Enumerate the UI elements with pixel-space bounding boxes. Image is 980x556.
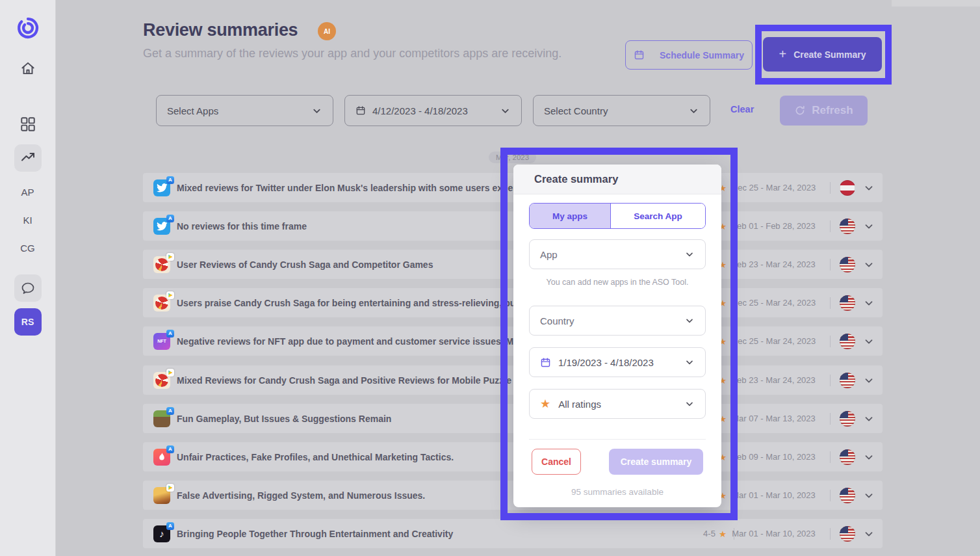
clear-filters-link[interactable]: Clear [730, 104, 754, 114]
summary-title: False Advertising, Rigged System, and Nu… [177, 490, 425, 501]
divider [529, 439, 706, 440]
minecraft-app-icon [153, 410, 170, 427]
chevron-down-icon[interactable] [863, 528, 875, 540]
chevron-down-icon[interactable] [863, 451, 875, 463]
date-range-dropdown[interactable]: 4/12/2023 - 4/18/2023 [344, 95, 522, 126]
calendar-icon [540, 357, 551, 368]
summary-date-range: Feb 23 - Mar 24, 2023 [727, 375, 821, 385]
summary-row[interactable]: False Advertising, Rigged System, and Nu… [143, 481, 883, 510]
home-icon[interactable] [19, 60, 36, 77]
star-icon: ★ [540, 397, 550, 411]
modal-date-range-value: 1/19/2023 - 4/18/2023 [558, 357, 654, 368]
ratings-select-label: All ratings [558, 399, 601, 410]
modal-date-range-dropdown[interactable]: 1/19/2023 - 4/18/2023 [529, 347, 706, 377]
schedule-summary-label: Schedule Summary [660, 50, 744, 60]
googleplay-badge-icon [166, 291, 174, 299]
summary-date-range: Dec 25 - Mar 24, 2023 [727, 336, 821, 346]
sidebar-item-rs-active[interactable]: RS [14, 308, 42, 336]
divider [830, 490, 831, 501]
googleplay-badge-icon [166, 484, 174, 492]
schedule-summary-button[interactable]: Schedule Summary [625, 40, 753, 70]
appstore-badge-icon [166, 445, 174, 453]
refresh-label: Refresh [812, 104, 853, 117]
chevron-down-icon[interactable] [863, 259, 875, 271]
summary-date-range: Feb 09 - Mar 10, 2023 [727, 452, 821, 462]
select-country-dropdown[interactable]: Select Country [533, 95, 710, 126]
divider [830, 297, 831, 309]
chevron-down-icon[interactable] [863, 413, 875, 425]
ai-badge: AI [318, 22, 336, 40]
chevron-down-icon [684, 399, 695, 409]
candy-crush-app-icon [153, 372, 170, 389]
sidebar-item-trends[interactable] [14, 144, 42, 172]
chevron-down-icon [688, 105, 699, 116]
summary-date-range: Mar 01 - Mar 10, 2023 [727, 529, 821, 538]
summary-row[interactable]: Mixed reviews for Twitter under Elon Mus… [143, 173, 883, 202]
country-flag-icon [840, 449, 855, 465]
summary-date-range: Feb 01 - Feb 28, 2023 [727, 221, 821, 231]
chevron-down-icon [684, 315, 695, 326]
summary-row[interactable]: Unfair Practices, Fake Profiles, and Une… [143, 442, 883, 471]
tab-search-app[interactable]: Search App [611, 204, 705, 228]
summary-date-range: Mar 01 - Mar 10, 2023 [727, 490, 821, 500]
rating-range: 4-5 ★ [703, 529, 727, 539]
candy-crush-app-icon [153, 295, 170, 311]
divider [830, 259, 831, 271]
twitter-app-icon [153, 218, 170, 235]
chevron-down-icon [500, 105, 511, 116]
summary-row[interactable]: Users praise Candy Crush Saga for being … [143, 288, 883, 317]
summary-row[interactable]: Fun Gameplay, But Issues & Suggestions R… [143, 404, 883, 433]
select-apps-label: Select Apps [167, 105, 218, 116]
sidebar-item-cg[interactable]: CG [15, 243, 41, 254]
summary-row[interactable]: Mixed Reviews for Candy Crush Saga and P… [143, 365, 883, 395]
cancel-button[interactable]: Cancel [532, 449, 581, 475]
summary-title: Mixed Reviews for Candy Crush Saga and P… [177, 375, 526, 386]
summary-row[interactable]: User Reviews of Candy Crush Saga and Com… [143, 250, 883, 279]
chevron-down-icon[interactable] [863, 336, 875, 347]
chevron-down-icon[interactable] [863, 375, 875, 386]
country-flag-icon [840, 218, 855, 234]
summary-title: Bringing People Together Through Enterta… [177, 529, 453, 539]
country-select-dropdown[interactable]: Country [529, 306, 706, 336]
top-right-strip [892, 0, 980, 7]
create-summary-button[interactable]: + Create Summary [763, 37, 882, 72]
summary-date-range: Mar 07 - Mar 13, 2023 [727, 414, 821, 423]
sidebar-item-ki[interactable]: KI [15, 215, 41, 226]
sidebar: AP KI CG RS [0, 0, 56, 556]
summary-title: No reviews for this time frame [177, 221, 307, 232]
refresh-button[interactable]: Refresh [780, 96, 868, 126]
divider [830, 182, 831, 194]
divider [830, 375, 831, 386]
chevron-down-icon[interactable] [863, 297, 875, 309]
rating-value: 4-5 [703, 529, 716, 538]
summary-date-range: Dec 25 - Mar 24, 2023 [727, 183, 821, 192]
tinder-app-icon [153, 449, 170, 466]
summary-row[interactable]: Negative reviews for NFT app due to paym… [143, 326, 883, 356]
star-icon: ★ [719, 529, 727, 539]
select-apps-dropdown[interactable]: Select Apps [156, 95, 333, 126]
summary-title: User Reviews of Candy Crush Saga and Com… [177, 259, 433, 270]
chevron-down-icon[interactable] [863, 182, 875, 194]
summary-row[interactable]: Bringing People Together Through Enterta… [143, 519, 883, 548]
appstore-badge-icon [166, 522, 174, 530]
chevron-down-icon[interactable] [863, 220, 875, 232]
tab-my-apps[interactable]: My apps [530, 204, 611, 228]
googleplay-badge-icon [166, 253, 174, 261]
summary-title: Mixed reviews for Twitter under Elon Mus… [177, 183, 517, 193]
page-title: Review summaries [143, 20, 298, 40]
chevron-down-icon[interactable] [863, 490, 875, 501]
divider [830, 528, 831, 540]
apps-grid-icon[interactable] [19, 116, 36, 133]
clash-app-icon [153, 487, 170, 504]
ratings-select-dropdown[interactable]: ★ All ratings [529, 389, 706, 419]
country-flag-icon [840, 334, 855, 349]
sidebar-item-chat[interactable] [14, 274, 42, 302]
app-select-dropdown[interactable]: App [529, 239, 706, 269]
summary-date-range: Dec 25 - Mar 24, 2023 [727, 298, 821, 308]
country-flag-icon [840, 488, 855, 503]
sidebar-item-ap[interactable]: AP [15, 187, 41, 198]
calendar-icon [355, 105, 366, 116]
create-summary-submit-button[interactable]: Create summary [609, 449, 703, 475]
brand-logo-icon[interactable] [16, 16, 40, 40]
summary-row[interactable]: No reviews for this time frame ★ Feb 01 … [143, 211, 883, 241]
